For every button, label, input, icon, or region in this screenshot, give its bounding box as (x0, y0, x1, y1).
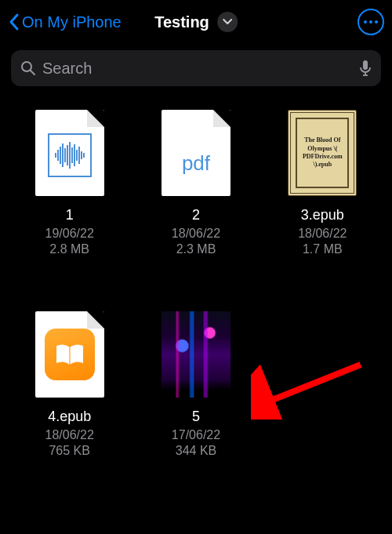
file-item[interactable]: pdf 2 18/06/22 2.3 MB (140, 110, 251, 256)
folder-title-group[interactable]: Testing (154, 12, 238, 32)
file-date: 17/06/22 (140, 428, 251, 442)
file-thumbnail-ibooks (35, 311, 104, 398)
chevron-left-icon (8, 13, 20, 31)
file-size: 1.7 MB (267, 242, 378, 256)
book-cover-text: The Blood Of Olympus \( PDFDrive.com \).… (296, 118, 349, 188)
title-menu-button[interactable] (217, 12, 238, 32)
folder-title: Testing (154, 13, 209, 31)
svg-point-3 (22, 62, 31, 71)
file-date: 18/06/22 (140, 227, 251, 241)
file-date: 19/06/22 (14, 227, 125, 241)
file-thumbnail-book-cover: The Blood Of Olympus \( PDFDrive.com \).… (288, 110, 357, 196)
file-name: 3.epub (267, 207, 378, 223)
file-thumbnail-pdf: pdf (162, 110, 230, 196)
header-bar: On My iPhone Testing (0, 0, 392, 44)
svg-point-1 (369, 20, 372, 24)
svg-point-2 (375, 20, 378, 24)
file-item[interactable]: 5 17/06/22 344 KB (140, 311, 251, 458)
file-name: 5 (140, 409, 251, 425)
file-item[interactable]: The Blood Of Olympus \( PDFDrive.com \).… (267, 110, 378, 256)
ibooks-icon (45, 329, 95, 380)
microphone-icon[interactable] (359, 60, 372, 77)
svg-point-0 (364, 20, 367, 24)
file-size: 2.3 MB (140, 242, 251, 256)
back-label: On My iPhone (22, 13, 122, 31)
file-name: 4.epub (14, 409, 125, 425)
audio-waveform-icon (48, 133, 92, 177)
file-item[interactable]: 1 19/06/22 2.8 MB (14, 110, 125, 256)
file-thumbnail-image (162, 311, 230, 398)
search-icon (20, 60, 36, 76)
file-item[interactable]: 4.epub 18/06/22 765 KB (14, 311, 125, 458)
file-date: 18/06/22 (267, 227, 378, 241)
file-name: 2 (140, 207, 251, 223)
more-options-button[interactable] (358, 9, 384, 35)
file-grid: 1 19/06/22 2.8 MB pdf 2 18/06/22 2.3 MB … (0, 86, 392, 458)
file-thumbnail-audio (35, 110, 104, 196)
svg-line-4 (31, 71, 34, 74)
file-size: 344 KB (140, 444, 251, 458)
svg-rect-5 (363, 60, 368, 70)
ellipsis-icon (364, 20, 378, 24)
search-input[interactable] (42, 60, 359, 78)
file-size: 2.8 MB (14, 242, 125, 256)
back-button[interactable]: On My iPhone (8, 13, 122, 31)
chevron-down-icon (223, 19, 232, 25)
file-size: 765 KB (14, 444, 125, 458)
pdf-icon: pdf (162, 151, 230, 176)
search-bar[interactable] (11, 50, 381, 86)
file-name: 1 (14, 207, 125, 223)
file-date: 18/06/22 (14, 428, 125, 442)
